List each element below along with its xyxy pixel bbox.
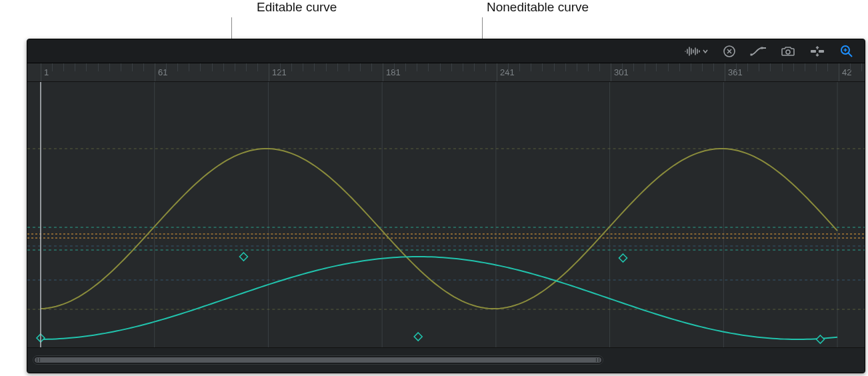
ruler-major-tick: 42 (839, 63, 839, 81)
ruler-tick-label: 121 (272, 67, 287, 77)
ruler-minor-tick (793, 63, 794, 71)
ruler-minor-tick (98, 63, 99, 71)
ruler-minor-tick (189, 63, 189, 71)
keyframe-marker[interactable] (816, 335, 824, 343)
horizontal-scrollbar-thumb[interactable] (35, 357, 601, 363)
ruler-major-tick: 1 (41, 63, 41, 81)
ruler-minor-tick (679, 63, 680, 71)
ruler-minor-tick (314, 63, 315, 71)
ruler-major-tick: 181 (383, 63, 383, 81)
ruler-minor-tick (405, 63, 406, 71)
curve-edit-icon (750, 45, 767, 57)
ruler-minor-tick (291, 63, 292, 71)
audio-waveform-icon (684, 45, 708, 57)
ruler-tick-label: 361 (728, 67, 743, 77)
ruler-minor-tick (645, 63, 645, 71)
keyframe-marker[interactable] (619, 254, 627, 262)
audio-waveform-menu[interactable] (682, 43, 710, 60)
ruler-minor-tick (770, 63, 771, 71)
svg-line-19 (849, 53, 853, 57)
ruler-major-tick: 361 (725, 63, 725, 81)
svg-rect-11 (751, 53, 753, 55)
ruler-minor-tick (337, 63, 338, 71)
ruler-minor-tick (257, 63, 258, 71)
ruler-minor-tick (360, 63, 361, 71)
ruler-minor-tick (691, 63, 691, 71)
keyframe-editor-panel: 16112118124130136142 (27, 39, 865, 373)
fit-vertical-icon (809, 45, 826, 57)
ruler-minor-tick (508, 63, 509, 71)
ruler-minor-tick (109, 63, 110, 71)
ruler-minor-tick (394, 63, 395, 71)
ruler-minor-tick (588, 63, 589, 71)
ruler-minor-tick (212, 63, 213, 71)
keyframe-marker[interactable] (414, 333, 422, 341)
ruler-minor-tick (121, 63, 121, 71)
ruler-minor-tick (599, 63, 600, 71)
ruler-minor-tick (235, 63, 235, 71)
horizontal-scrollbar[interactable] (33, 355, 603, 365)
ruler-minor-tick (759, 63, 759, 71)
callout-editable-label: Editable curve (257, 0, 337, 15)
ruler-minor-tick (451, 63, 452, 71)
svg-point-13 (786, 50, 790, 54)
ruler-tick-label: 181 (386, 67, 401, 77)
annotated-screenshot: Editable curve Noneditable curve (0, 0, 868, 376)
editor-footer (27, 347, 865, 373)
ruler-minor-tick (861, 63, 862, 71)
ruler-minor-tick (417, 63, 417, 71)
ruler-minor-tick (86, 63, 87, 71)
ruler-minor-tick (303, 63, 303, 71)
svg-rect-14 (811, 50, 816, 53)
editable-curve[interactable] (41, 257, 837, 339)
keyframe-editor-toolbar (27, 39, 865, 63)
ruler-major-tick: 241 (497, 63, 497, 81)
close-circle-icon (723, 45, 736, 58)
ruler-minor-tick (519, 63, 520, 71)
ruler-minor-tick (326, 63, 327, 71)
ruler-minor-tick (702, 63, 703, 71)
ruler-minor-tick (52, 63, 53, 71)
ruler-minor-tick (531, 63, 531, 71)
ruler-minor-tick (177, 63, 178, 71)
keyframe-marker[interactable] (239, 253, 247, 261)
ruler-minor-tick (850, 63, 851, 71)
ruler-minor-tick (736, 63, 737, 71)
ruler-minor-tick (816, 63, 817, 71)
ruler-minor-tick (246, 63, 247, 71)
ruler-minor-tick (622, 63, 623, 71)
ruler-minor-tick (782, 63, 783, 71)
ruler-minor-tick (371, 63, 372, 71)
ruler-minor-tick (474, 63, 475, 71)
curve-graph-area[interactable] (27, 82, 865, 349)
camera-icon (781, 45, 795, 57)
clear-curves-button[interactable] (719, 43, 739, 60)
ruler-tick-label: 1 (44, 67, 49, 77)
ruler-minor-tick (132, 63, 133, 71)
fit-vertical-button[interactable] (807, 43, 827, 60)
ruler-minor-tick (463, 63, 463, 71)
zoom-in-icon (840, 45, 853, 58)
timeline-ruler[interactable]: 16112118124130136142 (27, 63, 865, 82)
ruler-minor-tick (827, 63, 828, 71)
ruler-tick-label: 241 (500, 67, 515, 77)
ruler-major-tick: 121 (269, 63, 269, 81)
ruler-minor-tick (75, 63, 75, 71)
ruler-minor-tick (747, 63, 748, 71)
curve-edit-tool-button[interactable] (749, 43, 769, 60)
chevron-down-icon (703, 50, 707, 53)
noneditable-curve (41, 149, 837, 309)
ruler-minor-tick (805, 63, 805, 71)
ruler-tick-label: 301 (614, 67, 629, 77)
zoom-in-button[interactable] (837, 43, 857, 60)
ruler-minor-tick (166, 63, 167, 71)
svg-rect-15 (819, 50, 824, 53)
ruler-major-tick: 61 (155, 63, 155, 81)
ruler-minor-tick (143, 63, 144, 71)
ruler-major-tick: 301 (611, 63, 611, 81)
ruler-minor-tick (280, 63, 281, 71)
ruler-minor-tick (428, 63, 429, 71)
snapshot-button[interactable] (778, 43, 798, 60)
ruler-minor-tick (656, 63, 657, 71)
ruler-minor-tick (63, 63, 64, 71)
